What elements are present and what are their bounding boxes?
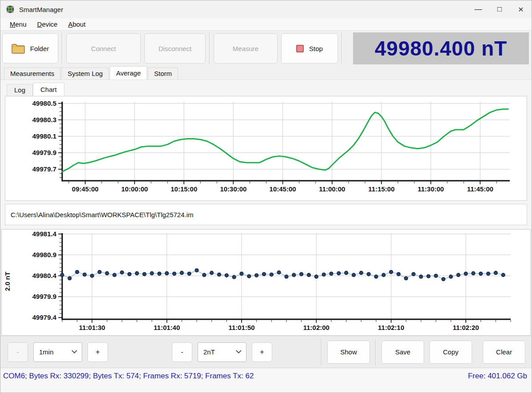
amplitude-scale-decrease-button[interactable]: - <box>172 342 192 362</box>
svg-text:49979.9: 49979.9 <box>32 293 56 300</box>
toolbar-separator <box>62 32 63 64</box>
tab-log[interactable]: Log <box>7 84 33 96</box>
chevron-down-icon <box>71 348 77 353</box>
svg-text:10:30:00: 10:30:00 <box>220 185 246 193</box>
realtime-chart-panel: 2.0 nT 11:01:3011:01:4011:01:5011:02:001… <box>1 229 531 336</box>
svg-text:10:15:00: 10:15:00 <box>171 185 197 193</box>
status-bar: COM6; Bytes Rx: 330299; Bytes Tx: 574; F… <box>0 368 532 393</box>
measure-button[interactable]: Measure <box>214 33 278 64</box>
connect-button[interactable]: Connect <box>66 33 141 64</box>
controls-separator <box>375 339 376 365</box>
svg-text:49979.4: 49979.4 <box>32 314 57 321</box>
svg-text:11:02:20: 11:02:20 <box>453 324 479 331</box>
main-tab-bar: Measurements System Log Average Storm <box>0 66 532 79</box>
y-axis-unit-label: 2.0 nT <box>4 264 11 299</box>
average-chart[interactable]: 09:45:0010:00:0010:15:0010:30:0010:45:00… <box>5 96 528 200</box>
tab-chart[interactable]: Chart <box>33 83 64 96</box>
time-scale-select[interactable]: 1min <box>33 342 82 362</box>
time-scale-value: 1min <box>39 348 54 356</box>
average-chart-card: 09:45:0010:00:0010:15:0010:30:0010:45:00… <box>5 96 527 201</box>
time-scale-decrease-button[interactable]: - <box>8 342 28 362</box>
tab-system-log[interactable]: System Log <box>61 67 109 79</box>
menu-item-menu[interactable]: Menu <box>5 19 32 29</box>
app-window: SmartManager — □ × Menu Device About Fol… <box>0 0 532 393</box>
svg-text:10:00:00: 10:00:00 <box>121 185 148 193</box>
folder-button-label: Folder <box>30 45 49 52</box>
sub-tab-bar: Log Chart <box>5 83 527 96</box>
svg-text:49979.7: 49979.7 <box>32 165 56 173</box>
amplitude-scale-select[interactable]: 2nT <box>198 342 246 362</box>
svg-text:11:01:30: 11:01:30 <box>79 324 105 331</box>
disconnect-button-label: Disconnect <box>159 45 191 52</box>
tab-measurements[interactable]: Measurements <box>4 67 60 79</box>
save-button[interactable]: Save <box>381 341 424 364</box>
disconnect-button[interactable]: Disconnect <box>144 33 206 64</box>
toolbar-separator <box>209 32 210 64</box>
realtime-chart[interactable]: 11:01:3011:01:4011:01:5011:02:0011:02:10… <box>2 230 530 335</box>
svg-text:11:02:00: 11:02:00 <box>303 324 330 331</box>
file-path-field[interactable]: C:\Users\Alina\Desktop\Smart\WORKSPACE\T… <box>5 204 527 225</box>
copy-button[interactable]: Copy <box>429 341 472 364</box>
svg-text:11:45:00: 11:45:00 <box>467 185 493 193</box>
show-button[interactable]: Show <box>327 341 370 364</box>
tab-average[interactable]: Average <box>110 66 147 79</box>
app-icon <box>6 5 15 14</box>
stop-button[interactable]: Stop <box>281 33 338 64</box>
free-space: Free: 401.062 Gb <box>468 372 527 381</box>
svg-text:09:45:00: 09:45:00 <box>72 185 99 193</box>
maximize-button[interactable]: □ <box>489 0 510 18</box>
close-button[interactable]: × <box>510 0 532 18</box>
svg-text:49980.3: 49980.3 <box>32 116 56 123</box>
clear-button[interactable]: Clear <box>483 341 525 364</box>
svg-text:49980.5: 49980.5 <box>32 99 56 107</box>
svg-text:49980.9: 49980.9 <box>32 251 56 258</box>
svg-text:11:02:10: 11:02:10 <box>378 324 404 331</box>
svg-text:10:45:00: 10:45:00 <box>270 185 296 193</box>
tab-storm[interactable]: Storm <box>148 67 178 79</box>
svg-text:49979.9: 49979.9 <box>32 149 56 156</box>
stop-button-label: Stop <box>309 45 323 52</box>
amplitude-scale-increase-button[interactable]: + <box>252 342 272 362</box>
amplitude-scale-value: 2nT <box>203 348 215 356</box>
chevron-down-icon <box>236 348 242 353</box>
svg-text:11:15:00: 11:15:00 <box>368 185 394 193</box>
average-tab-page: Log Chart 09:45:0010:00:0010:15:0010:30:… <box>0 79 532 229</box>
field-value-display: 49980.400 nT <box>353 32 529 64</box>
menu-item-device[interactable]: Device <box>32 19 63 29</box>
svg-text:49980.4: 49980.4 <box>32 272 57 279</box>
svg-text:49981.4: 49981.4 <box>32 230 57 238</box>
svg-text:11:01:40: 11:01:40 <box>154 324 180 331</box>
svg-text:49980.1: 49980.1 <box>32 132 56 140</box>
folder-button[interactable]: Folder <box>2 33 58 64</box>
measure-button-label: Measure <box>233 45 258 52</box>
connect-button-label: Connect <box>91 45 116 52</box>
menu-item-about[interactable]: About <box>63 19 90 29</box>
svg-text:11:01:50: 11:01:50 <box>228 324 254 331</box>
controls-bar: - 1min + - 2nT + Show Save Copy Clear <box>0 336 532 368</box>
title-bar: SmartManager — □ × <box>0 0 532 18</box>
folder-icon <box>12 43 25 54</box>
menu-bar: Menu Device About <box>0 18 532 31</box>
toolbar: Folder Connect Disconnect Measure Stop 4… <box>0 31 532 66</box>
svg-text:11:30:00: 11:30:00 <box>418 185 444 193</box>
controls-separator <box>321 339 322 365</box>
svg-text:11:00:00: 11:00:00 <box>319 185 345 193</box>
toolbar-separator <box>341 32 342 64</box>
connection-stats: COM6; Bytes Rx: 330299; Bytes Tx: 574; F… <box>3 372 254 381</box>
app-title: SmartManager <box>19 6 63 13</box>
time-scale-increase-button[interactable]: + <box>87 342 108 362</box>
minimize-button[interactable]: — <box>468 0 489 18</box>
stop-icon <box>296 45 304 52</box>
